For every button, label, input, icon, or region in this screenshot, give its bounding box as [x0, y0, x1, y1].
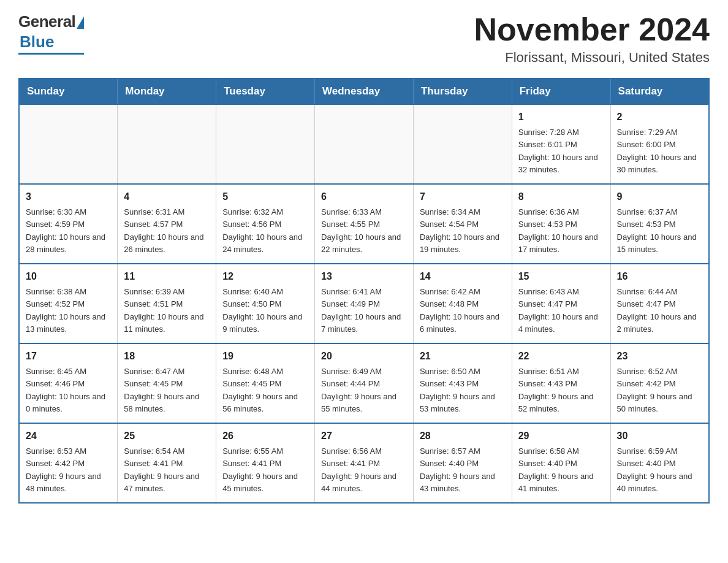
day-number: 24 — [26, 429, 111, 443]
day-info: Sunrise: 6:49 AM Sunset: 4:44 PM Dayligh… — [321, 367, 396, 413]
calendar-week-row: 24Sunrise: 6:53 AM Sunset: 4:42 PM Dayli… — [19, 423, 709, 503]
calendar-cell: 12Sunrise: 6:40 AM Sunset: 4:50 PM Dayli… — [216, 264, 315, 343]
calendar-body: 1Sunrise: 7:28 AM Sunset: 6:01 PM Daylig… — [19, 104, 709, 503]
calendar-week-row: 3Sunrise: 6:30 AM Sunset: 4:59 PM Daylig… — [19, 184, 709, 264]
calendar-cell: 23Sunrise: 6:52 AM Sunset: 4:42 PM Dayli… — [610, 343, 709, 423]
day-number: 14 — [420, 269, 506, 284]
day-info: Sunrise: 6:52 AM Sunset: 4:42 PM Dayligh… — [617, 367, 692, 413]
calendar-header-friday: Friday — [512, 79, 610, 104]
day-number: 17 — [26, 349, 111, 364]
day-info: Sunrise: 6:37 AM Sunset: 4:53 PM Dayligh… — [617, 207, 697, 254]
day-info: Sunrise: 6:44 AM Sunset: 4:47 PM Dayligh… — [617, 287, 697, 334]
day-info: Sunrise: 6:55 AM Sunset: 4:41 PM Dayligh… — [222, 446, 298, 493]
calendar-week-row: 10Sunrise: 6:38 AM Sunset: 4:52 PM Dayli… — [19, 264, 709, 343]
calendar-cell: 4Sunrise: 6:31 AM Sunset: 4:57 PM Daylig… — [118, 184, 216, 264]
day-number: 15 — [518, 269, 604, 284]
day-info: Sunrise: 6:43 AM Sunset: 4:47 PM Dayligh… — [518, 287, 598, 334]
day-number: 19 — [222, 349, 308, 364]
day-number: 4 — [124, 190, 210, 204]
day-info: Sunrise: 6:41 AM Sunset: 4:49 PM Dayligh… — [321, 287, 401, 334]
calendar-cell: 14Sunrise: 6:42 AM Sunset: 4:48 PM Dayli… — [413, 264, 512, 343]
month-title: November 2024 — [474, 12, 710, 47]
day-info: Sunrise: 6:30 AM Sunset: 4:59 PM Dayligh… — [26, 207, 105, 254]
calendar-cell: 25Sunrise: 6:54 AM Sunset: 4:41 PM Dayli… — [118, 423, 216, 503]
day-info: Sunrise: 6:59 AM Sunset: 4:40 PM Dayligh… — [617, 446, 692, 493]
day-info: Sunrise: 7:29 AM Sunset: 6:00 PM Dayligh… — [617, 128, 697, 174]
day-info: Sunrise: 6:38 AM Sunset: 4:52 PM Dayligh… — [26, 287, 105, 334]
day-number: 11 — [124, 269, 210, 284]
calendar-cell: 5Sunrise: 6:32 AM Sunset: 4:56 PM Daylig… — [216, 184, 315, 264]
title-area: November 2024 Florissant, Missouri, Unit… — [474, 12, 710, 66]
day-number: 7 — [420, 190, 506, 204]
day-info: Sunrise: 6:39 AM Sunset: 4:51 PM Dayligh… — [124, 287, 203, 334]
calendar-cell — [413, 104, 512, 184]
day-info: Sunrise: 6:42 AM Sunset: 4:48 PM Dayligh… — [420, 287, 499, 334]
day-info: Sunrise: 6:48 AM Sunset: 4:45 PM Dayligh… — [222, 367, 298, 413]
day-info: Sunrise: 6:47 AM Sunset: 4:45 PM Dayligh… — [124, 367, 199, 413]
calendar-cell: 30Sunrise: 6:59 AM Sunset: 4:40 PM Dayli… — [610, 423, 709, 503]
day-number: 28 — [420, 429, 506, 443]
day-number: 5 — [222, 190, 308, 204]
logo-triangle-icon — [77, 17, 84, 29]
calendar-header-tuesday: Tuesday — [216, 79, 315, 104]
day-info: Sunrise: 6:36 AM Sunset: 4:53 PM Dayligh… — [518, 207, 598, 254]
day-info: Sunrise: 6:53 AM Sunset: 4:42 PM Dayligh… — [26, 446, 101, 493]
day-number: 6 — [321, 190, 407, 204]
day-info: Sunrise: 6:57 AM Sunset: 4:40 PM Dayligh… — [420, 446, 495, 493]
day-number: 9 — [617, 190, 702, 204]
day-number: 21 — [420, 349, 506, 364]
calendar-header-saturday: Saturday — [610, 79, 709, 104]
calendar-cell — [19, 104, 118, 184]
day-number: 22 — [518, 349, 604, 364]
calendar-cell: 7Sunrise: 6:34 AM Sunset: 4:54 PM Daylig… — [413, 184, 512, 264]
day-info: Sunrise: 6:54 AM Sunset: 4:41 PM Dayligh… — [124, 446, 199, 493]
calendar-cell: 16Sunrise: 6:44 AM Sunset: 4:47 PM Dayli… — [610, 264, 709, 343]
calendar-cell — [118, 104, 216, 184]
calendar-cell: 15Sunrise: 6:43 AM Sunset: 4:47 PM Dayli… — [512, 264, 610, 343]
day-info: Sunrise: 6:34 AM Sunset: 4:54 PM Dayligh… — [420, 207, 499, 254]
location-title: Florissant, Missouri, United States — [474, 50, 710, 66]
day-number: 1 — [518, 110, 604, 124]
calendar-table: SundayMondayTuesdayWednesdayThursdayFrid… — [18, 78, 710, 504]
day-number: 25 — [124, 429, 210, 443]
calendar-header-thursday: Thursday — [413, 79, 512, 104]
day-info: Sunrise: 6:31 AM Sunset: 4:57 PM Dayligh… — [124, 207, 203, 254]
calendar-cell: 8Sunrise: 6:36 AM Sunset: 4:53 PM Daylig… — [512, 184, 610, 264]
day-number: 23 — [617, 349, 702, 364]
calendar-cell: 6Sunrise: 6:33 AM Sunset: 4:55 PM Daylig… — [315, 184, 414, 264]
calendar-cell: 17Sunrise: 6:45 AM Sunset: 4:46 PM Dayli… — [19, 343, 118, 423]
logo: General Blue — [18, 12, 84, 55]
calendar-header-monday: Monday — [118, 79, 216, 104]
calendar-cell: 1Sunrise: 7:28 AM Sunset: 6:01 PM Daylig… — [512, 104, 610, 184]
day-info: Sunrise: 6:51 AM Sunset: 4:43 PM Dayligh… — [518, 367, 594, 413]
page-header: General Blue November 2024 Florissant, M… — [18, 12, 710, 66]
calendar-cell: 24Sunrise: 6:53 AM Sunset: 4:42 PM Dayli… — [19, 423, 118, 503]
calendar-header-wednesday: Wednesday — [315, 79, 414, 104]
calendar-cell: 10Sunrise: 6:38 AM Sunset: 4:52 PM Dayli… — [19, 264, 118, 343]
day-number: 12 — [222, 269, 308, 284]
calendar-week-row: 17Sunrise: 6:45 AM Sunset: 4:46 PM Dayli… — [19, 343, 709, 423]
calendar-cell: 27Sunrise: 6:56 AM Sunset: 4:41 PM Dayli… — [315, 423, 414, 503]
day-number: 3 — [26, 190, 111, 204]
calendar-cell: 9Sunrise: 6:37 AM Sunset: 4:53 PM Daylig… — [610, 184, 709, 264]
logo-blue-text: Blue — [20, 33, 54, 52]
day-info: Sunrise: 6:45 AM Sunset: 4:46 PM Dayligh… — [26, 367, 105, 413]
day-info: Sunrise: 6:32 AM Sunset: 4:56 PM Dayligh… — [222, 207, 302, 254]
calendar-cell — [216, 104, 315, 184]
calendar-cell: 3Sunrise: 6:30 AM Sunset: 4:59 PM Daylig… — [19, 184, 118, 264]
logo-general-text: General — [18, 12, 75, 31]
calendar-cell: 19Sunrise: 6:48 AM Sunset: 4:45 PM Dayli… — [216, 343, 315, 423]
calendar-cell: 29Sunrise: 6:58 AM Sunset: 4:40 PM Dayli… — [512, 423, 610, 503]
calendar-cell — [315, 104, 414, 184]
day-info: Sunrise: 6:40 AM Sunset: 4:50 PM Dayligh… — [222, 287, 302, 334]
day-number: 8 — [518, 190, 604, 204]
calendar-cell: 11Sunrise: 6:39 AM Sunset: 4:51 PM Dayli… — [118, 264, 216, 343]
calendar-cell: 2Sunrise: 7:29 AM Sunset: 6:00 PM Daylig… — [610, 104, 709, 184]
day-number: 13 — [321, 269, 407, 284]
logo-underline — [18, 53, 84, 55]
day-info: Sunrise: 6:50 AM Sunset: 4:43 PM Dayligh… — [420, 367, 495, 413]
day-number: 29 — [518, 429, 604, 443]
day-info: Sunrise: 6:33 AM Sunset: 4:55 PM Dayligh… — [321, 207, 401, 254]
day-number: 10 — [26, 269, 111, 284]
day-number: 26 — [222, 429, 308, 443]
